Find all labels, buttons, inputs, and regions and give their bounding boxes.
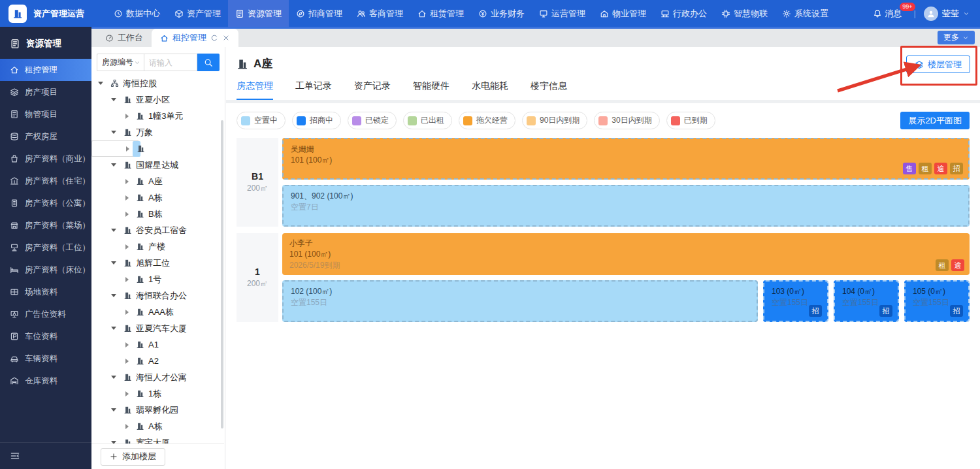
top-nav-item[interactable]: 客商管理 xyxy=(350,0,410,27)
tree-caret-icon[interactable] xyxy=(111,327,116,330)
tree-caret-icon[interactable] xyxy=(125,179,129,184)
tree-scrollbar[interactable] xyxy=(221,120,223,429)
tree-caret-icon[interactable] xyxy=(125,277,129,282)
tree-caret-icon[interactable] xyxy=(125,359,129,364)
tree-caret-icon[interactable] xyxy=(125,310,129,315)
sidebar-item[interactable]: 仓库资料 xyxy=(0,370,91,392)
tree-node[interactable]: 1幢3单元 xyxy=(91,108,225,124)
tree-caret-icon[interactable] xyxy=(111,131,116,134)
tree-node[interactable]: 亚夏汽车大厦 xyxy=(91,320,225,336)
top-nav-item[interactable]: 系统设置 xyxy=(775,0,836,27)
tree-node[interactable]: AAA栋 xyxy=(91,304,225,320)
tree-caret-icon[interactable] xyxy=(111,229,116,232)
tree-node-body[interactable]: A栋 xyxy=(132,419,214,434)
tree-node-body[interactable]: AAA栋 xyxy=(132,304,214,320)
tree-node-body[interactable]: 旭辉工位 xyxy=(120,255,214,271)
tab-rent-control[interactable]: 租控管理 xyxy=(152,29,238,47)
tree-node[interactable]: 国耀星达城 xyxy=(91,157,225,173)
tree-node[interactable]: 1号 xyxy=(91,271,225,287)
legend-item[interactable]: 已到期 xyxy=(666,112,715,129)
tree-caret-icon[interactable] xyxy=(111,376,116,379)
user-menu[interactable]: 莹莹 xyxy=(924,7,970,21)
tree-node-body[interactable]: 海恒控股 xyxy=(106,76,214,91)
sidebar-item[interactable]: 产权房屋 xyxy=(0,125,91,148)
tree-node-body[interactable]: B栋 xyxy=(132,206,214,222)
tree-node-body[interactable]: A座 xyxy=(133,141,140,157)
top-nav-item[interactable]: 资产管理 xyxy=(167,0,228,27)
tree-node[interactable]: A1 xyxy=(91,336,225,353)
tree-caret-icon[interactable] xyxy=(125,424,129,429)
legend-item[interactable]: 30日内到期 xyxy=(594,112,659,129)
tree-node-body[interactable]: A1 xyxy=(132,338,214,351)
app-logo[interactable] xyxy=(8,5,27,23)
search-button[interactable] xyxy=(197,54,220,71)
room-card[interactable]: 104 (0㎡) 空置155日 招 xyxy=(834,280,899,322)
tree-node[interactable]: A栋 xyxy=(91,418,225,434)
sidebar-item[interactable]: 房产资料（工位） xyxy=(0,236,91,259)
sidebar-item[interactable]: 房产资料（商业） xyxy=(0,148,91,170)
tree-node-body[interactable]: 亚夏汽车大厦 xyxy=(120,321,214,336)
room-card[interactable]: 105 (0㎡) 空置155日 招 xyxy=(904,280,970,322)
page-tab[interactable]: 工单记录 xyxy=(295,80,332,100)
tree-node[interactable]: 海恒人才公寓 xyxy=(91,369,225,385)
room-card[interactable]: 吴姗姗 101 (100㎡) 售租逾招 xyxy=(282,138,970,180)
top-nav-item[interactable]: 数据中心 xyxy=(106,0,167,27)
page-tab[interactable]: 房态管理 xyxy=(237,80,273,100)
tree-node-body[interactable]: 谷安员工宿舍 xyxy=(120,223,214,238)
sidebar-item[interactable]: 房产项目 xyxy=(0,81,91,103)
tree-node-body[interactable]: A座 xyxy=(132,174,214,189)
tree-caret-icon[interactable] xyxy=(111,294,116,297)
tree-node[interactable]: 1栋 xyxy=(91,385,225,402)
tree-caret-icon[interactable] xyxy=(111,98,116,101)
tree-caret-icon[interactable] xyxy=(111,261,116,265)
tree-node-body[interactable]: 海恒联合办公 xyxy=(120,288,214,304)
sidebar-item[interactable]: 物管项目 xyxy=(0,103,91,125)
sidebar-item[interactable]: 房产资料（菜场） xyxy=(0,214,91,236)
top-nav-item[interactable]: 行政办公 xyxy=(653,0,714,27)
tree-node-body[interactable]: 翡翠孵化园 xyxy=(120,402,214,418)
tree-node-body[interactable]: 产楼 xyxy=(132,239,214,255)
add-floor-button[interactable]: 添加楼层 xyxy=(101,448,165,466)
legend-item[interactable]: 90日内到期 xyxy=(522,112,587,129)
sidebar-item[interactable]: 房产资料（住宅） xyxy=(0,170,91,192)
tree-caret-icon[interactable] xyxy=(125,114,129,119)
messages-button[interactable]: 消息 99+ xyxy=(873,8,913,20)
tree-node-body[interactable]: 海恒人才公寓 xyxy=(120,370,214,385)
tree-caret-icon[interactable] xyxy=(111,163,116,167)
search-input[interactable] xyxy=(144,54,197,71)
tree-node-body[interactable]: 国耀星达城 xyxy=(120,157,214,173)
legend-item[interactable]: 空置中 xyxy=(237,112,286,129)
page-tab[interactable]: 水电能耗 xyxy=(472,80,508,100)
top-nav-item[interactable]: 物业管理 xyxy=(593,0,653,27)
sidebar-item[interactable]: 车辆资料 xyxy=(0,348,91,370)
top-nav-item[interactable]: 租赁管理 xyxy=(410,0,471,27)
tree-caret-icon[interactable] xyxy=(125,342,129,348)
sidebar-item[interactable]: 房产资料（公寓） xyxy=(0,192,91,214)
floor-manage-button[interactable]: 楼层管理 xyxy=(906,56,970,73)
search-field-select[interactable]: 房源编号 xyxy=(97,54,144,71)
tree-node[interactable]: 产楼 xyxy=(91,238,225,255)
room-card[interactable]: 102 (100㎡) 空置155日 xyxy=(282,280,758,322)
tree-node[interactable]: 万象 xyxy=(91,124,225,140)
room-card[interactable]: 103 (0㎡) 空置155日 招 xyxy=(763,280,828,322)
sidebar-item[interactable]: 房产资料（床位） xyxy=(0,259,91,281)
show-2d-plan-button[interactable]: 展示2D平面图 xyxy=(900,112,970,129)
tree-node-body[interactable]: 亚夏小区 xyxy=(120,92,214,108)
tree-node-body[interactable]: A栋 xyxy=(132,190,214,206)
close-tab-icon[interactable] xyxy=(222,34,230,42)
refresh-tab-icon[interactable] xyxy=(210,34,218,42)
collapse-sidebar-icon[interactable] xyxy=(10,451,20,461)
tree-node-body[interactable]: A2 xyxy=(132,354,214,368)
tab-workbench[interactable]: 工作台 xyxy=(97,29,152,47)
top-nav-item[interactable]: 运营管理 xyxy=(532,0,593,27)
legend-item[interactable]: 拖欠经营 xyxy=(459,112,515,129)
top-nav-item[interactable]: 资源管理 xyxy=(228,0,289,27)
top-nav-item[interactable]: 智慧物联 xyxy=(714,0,775,27)
tree-caret-icon[interactable] xyxy=(111,408,116,412)
sidebar-item[interactable]: 车位资料 xyxy=(0,325,91,348)
tree-node[interactable]: 海恒联合办公 xyxy=(91,287,225,304)
tree-node[interactable]: 翡翠孵化园 xyxy=(91,402,225,418)
page-tab[interactable]: 楼宇信息 xyxy=(531,80,567,100)
tree-caret-icon[interactable] xyxy=(125,244,129,250)
sidebar-item[interactable]: 租控管理 xyxy=(0,59,91,81)
